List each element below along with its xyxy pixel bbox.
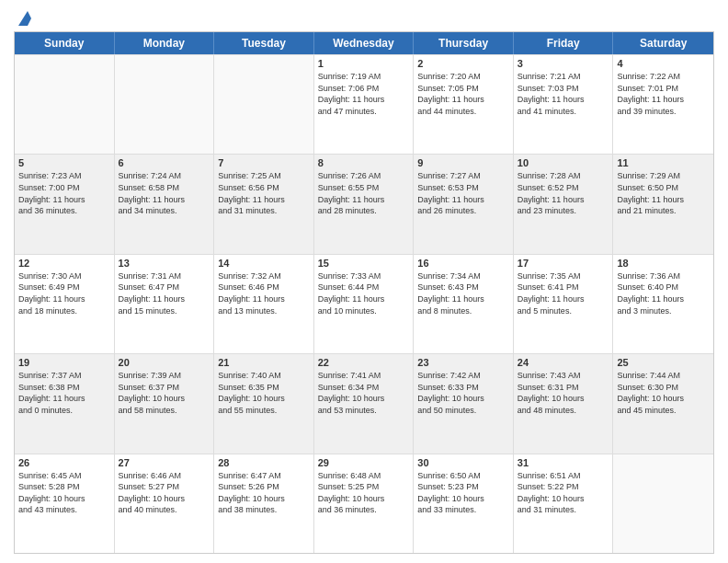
table-row: 13Sunrise: 7:31 AM Sunset: 6:47 PM Dayli… [115,255,215,353]
table-row: 5Sunrise: 7:23 AM Sunset: 7:00 PM Daylig… [15,155,115,253]
cal-week-1: 1Sunrise: 7:19 AM Sunset: 7:06 PM Daylig… [15,54,713,154]
calendar-body: 1Sunrise: 7:19 AM Sunset: 7:06 PM Daylig… [15,54,713,553]
day-number: 6 [119,157,210,168]
logo [14,9,31,24]
day-info: Sunrise: 7:26 AM Sunset: 6:55 PM Dayligh… [318,170,410,216]
cal-week-5: 26Sunrise: 6:45 AM Sunset: 5:28 PM Dayli… [15,454,713,553]
day-number: 10 [518,157,609,168]
table-row: 26Sunrise: 6:45 AM Sunset: 5:28 PM Dayli… [15,454,115,553]
day-info: Sunrise: 7:43 AM Sunset: 6:31 PM Dayligh… [518,370,609,416]
cal-header-wednesday: Wednesday [314,32,415,54]
day-number: 9 [417,157,509,168]
day-info: Sunrise: 7:23 AM Sunset: 7:00 PM Dayligh… [18,170,110,216]
table-row: 25Sunrise: 7:44 AM Sunset: 6:30 PM Dayli… [613,354,713,453]
day-info: Sunrise: 6:50 AM Sunset: 5:23 PM Dayligh… [417,470,509,516]
header [14,9,714,24]
table-row: 12Sunrise: 7:30 AM Sunset: 6:49 PM Dayli… [15,255,115,353]
day-info: Sunrise: 6:46 AM Sunset: 5:27 PM Dayligh… [119,470,210,516]
day-number: 19 [18,357,110,368]
table-row: 3Sunrise: 7:21 AM Sunset: 7:03 PM Daylig… [514,55,614,154]
table-row: 10Sunrise: 7:28 AM Sunset: 6:52 PM Dayli… [514,155,614,253]
cal-week-2: 5Sunrise: 7:23 AM Sunset: 7:00 PM Daylig… [15,154,713,253]
table-row: 11Sunrise: 7:29 AM Sunset: 6:50 PM Dayli… [613,155,713,253]
day-number: 16 [417,258,509,269]
day-number: 15 [318,258,410,269]
cal-header-saturday: Saturday [613,32,713,54]
day-info: Sunrise: 7:33 AM Sunset: 6:44 PM Dayligh… [318,270,410,316]
table-row [115,55,215,154]
day-info: Sunrise: 7:25 AM Sunset: 6:56 PM Dayligh… [218,170,310,216]
day-number: 2 [417,58,509,69]
day-number: 26 [18,457,110,468]
table-row [214,55,314,154]
table-row: 21Sunrise: 7:40 AM Sunset: 6:35 PM Dayli… [214,354,314,453]
logo-icon [15,9,31,26]
day-info: Sunrise: 6:48 AM Sunset: 5:25 PM Dayligh… [318,470,410,516]
day-info: Sunrise: 7:41 AM Sunset: 6:34 PM Dayligh… [318,370,410,416]
cal-header-monday: Monday [115,32,215,54]
day-info: Sunrise: 7:42 AM Sunset: 6:33 PM Dayligh… [417,370,509,416]
table-row: 29Sunrise: 6:48 AM Sunset: 5:25 PM Dayli… [314,454,415,553]
day-number: 18 [617,258,710,269]
table-row: 19Sunrise: 7:37 AM Sunset: 6:38 PM Dayli… [15,354,115,453]
day-number: 20 [119,357,210,368]
table-row: 18Sunrise: 7:36 AM Sunset: 6:40 PM Dayli… [613,255,713,353]
calendar-header-row: SundayMondayTuesdayWednesdayThursdayFrid… [15,32,713,54]
page: SundayMondayTuesdayWednesdayThursdayFrid… [0,0,728,563]
cal-week-4: 19Sunrise: 7:37 AM Sunset: 6:38 PM Dayli… [15,353,713,453]
table-row: 2Sunrise: 7:20 AM Sunset: 7:05 PM Daylig… [414,55,514,154]
table-row [15,55,115,154]
day-number: 28 [218,457,310,468]
day-info: Sunrise: 7:39 AM Sunset: 6:37 PM Dayligh… [119,370,210,416]
day-number: 7 [218,157,310,168]
day-info: Sunrise: 7:36 AM Sunset: 6:40 PM Dayligh… [617,270,710,316]
day-info: Sunrise: 7:28 AM Sunset: 6:52 PM Dayligh… [518,170,609,216]
table-row: 30Sunrise: 6:50 AM Sunset: 5:23 PM Dayli… [414,454,514,553]
table-row: 1Sunrise: 7:19 AM Sunset: 7:06 PM Daylig… [314,55,415,154]
cal-header-friday: Friday [514,32,614,54]
day-number: 22 [318,357,410,368]
table-row: 6Sunrise: 7:24 AM Sunset: 6:58 PM Daylig… [115,155,215,253]
table-row: 28Sunrise: 6:47 AM Sunset: 5:26 PM Dayli… [214,454,314,553]
table-row: 16Sunrise: 7:34 AM Sunset: 6:43 PM Dayli… [414,255,514,353]
day-number: 13 [119,258,210,269]
day-info: Sunrise: 7:20 AM Sunset: 7:05 PM Dayligh… [417,71,509,117]
svg-marker-0 [18,11,31,26]
day-info: Sunrise: 7:34 AM Sunset: 6:43 PM Dayligh… [417,270,509,316]
day-info: Sunrise: 7:19 AM Sunset: 7:06 PM Dayligh… [318,71,410,117]
day-info: Sunrise: 7:22 AM Sunset: 7:01 PM Dayligh… [617,71,710,117]
table-row: 7Sunrise: 7:25 AM Sunset: 6:56 PM Daylig… [214,155,314,253]
day-number: 5 [18,157,110,168]
cal-week-3: 12Sunrise: 7:30 AM Sunset: 6:49 PM Dayli… [15,254,713,353]
table-row: 4Sunrise: 7:22 AM Sunset: 7:01 PM Daylig… [613,55,713,154]
day-info: Sunrise: 7:29 AM Sunset: 6:50 PM Dayligh… [617,170,710,216]
day-number: 30 [417,457,509,468]
day-info: Sunrise: 7:40 AM Sunset: 6:35 PM Dayligh… [218,370,310,416]
day-number: 8 [318,157,410,168]
table-row: 17Sunrise: 7:35 AM Sunset: 6:41 PM Dayli… [514,255,614,353]
day-number: 11 [617,157,710,168]
day-info: Sunrise: 6:45 AM Sunset: 5:28 PM Dayligh… [18,470,110,516]
table-row: 22Sunrise: 7:41 AM Sunset: 6:34 PM Dayli… [314,354,415,453]
cal-header-thursday: Thursday [414,32,514,54]
day-number: 23 [417,357,509,368]
day-number: 25 [617,357,710,368]
day-number: 29 [318,457,410,468]
day-info: Sunrise: 7:30 AM Sunset: 6:49 PM Dayligh… [18,270,110,316]
day-number: 24 [518,357,609,368]
table-row: 15Sunrise: 7:33 AM Sunset: 6:44 PM Dayli… [314,255,415,353]
table-row: 8Sunrise: 7:26 AM Sunset: 6:55 PM Daylig… [314,155,415,253]
table-row: 9Sunrise: 7:27 AM Sunset: 6:53 PM Daylig… [414,155,514,253]
table-row: 24Sunrise: 7:43 AM Sunset: 6:31 PM Dayli… [514,354,614,453]
day-number: 21 [218,357,310,368]
day-number: 14 [218,258,310,269]
day-info: Sunrise: 7:32 AM Sunset: 6:46 PM Dayligh… [218,270,310,316]
calendar: SundayMondayTuesdayWednesdayThursdayFrid… [14,31,714,554]
day-number: 31 [518,457,609,468]
day-info: Sunrise: 7:35 AM Sunset: 6:41 PM Dayligh… [518,270,609,316]
day-info: Sunrise: 6:47 AM Sunset: 5:26 PM Dayligh… [218,470,310,516]
table-row: 14Sunrise: 7:32 AM Sunset: 6:46 PM Dayli… [214,255,314,353]
day-info: Sunrise: 7:37 AM Sunset: 6:38 PM Dayligh… [18,370,110,416]
day-number: 17 [518,258,609,269]
day-info: Sunrise: 7:21 AM Sunset: 7:03 PM Dayligh… [518,71,609,117]
